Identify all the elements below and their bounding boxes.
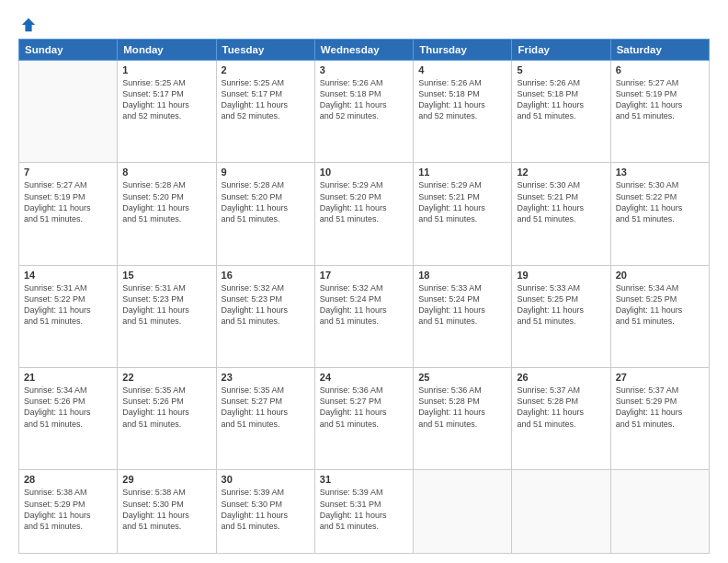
calendar-cell: 16Sunrise: 5:32 AM Sunset: 5:23 PM Dayli…	[216, 265, 314, 367]
cell-info: Sunrise: 5:36 AM Sunset: 5:28 PM Dayligh…	[418, 385, 506, 430]
calendar-cell: 9Sunrise: 5:28 AM Sunset: 5:20 PM Daylig…	[216, 163, 314, 265]
week-row-4: 28Sunrise: 5:38 AM Sunset: 5:29 PM Dayli…	[19, 470, 710, 554]
calendar-cell: 24Sunrise: 5:36 AM Sunset: 5:27 PM Dayli…	[314, 368, 413, 470]
calendar-cell: 15Sunrise: 5:31 AM Sunset: 5:23 PM Dayli…	[118, 265, 216, 367]
calendar-cell	[414, 470, 512, 554]
cell-info: Sunrise: 5:38 AM Sunset: 5:29 PM Dayligh…	[24, 487, 112, 532]
cell-info: Sunrise: 5:39 AM Sunset: 5:30 PM Dayligh…	[222, 487, 310, 532]
cell-info: Sunrise: 5:26 AM Sunset: 5:18 PM Dayligh…	[320, 77, 408, 122]
cell-info: Sunrise: 5:25 AM Sunset: 5:17 PM Dayligh…	[222, 77, 310, 122]
calendar-cell: 26Sunrise: 5:37 AM Sunset: 5:28 PM Dayli…	[512, 368, 610, 470]
calendar-cell: 5Sunrise: 5:26 AM Sunset: 5:18 PM Daylig…	[512, 61, 610, 163]
day-number: 4	[418, 64, 506, 75]
calendar-cell: 23Sunrise: 5:35 AM Sunset: 5:27 PM Dayli…	[216, 368, 314, 470]
calendar-cell	[512, 470, 610, 554]
calendar-cell	[610, 470, 709, 554]
week-row-0: 1Sunrise: 5:25 AM Sunset: 5:17 PM Daylig…	[19, 61, 710, 163]
logo-icon	[20, 17, 37, 33]
weekday-header-tuesday: Tuesday	[216, 40, 314, 61]
cell-info: Sunrise: 5:27 AM Sunset: 5:19 PM Dayligh…	[24, 179, 112, 224]
cell-info: Sunrise: 5:32 AM Sunset: 5:24 PM Dayligh…	[320, 282, 408, 327]
cell-info: Sunrise: 5:38 AM Sunset: 5:30 PM Dayligh…	[122, 487, 210, 532]
day-number: 7	[24, 167, 112, 178]
cell-info: Sunrise: 5:35 AM Sunset: 5:26 PM Dayligh…	[122, 385, 210, 430]
cell-info: Sunrise: 5:33 AM Sunset: 5:24 PM Dayligh…	[418, 282, 506, 327]
cell-info: Sunrise: 5:26 AM Sunset: 5:18 PM Dayligh…	[418, 77, 506, 122]
day-number: 16	[222, 270, 310, 281]
calendar-cell: 1Sunrise: 5:25 AM Sunset: 5:17 PM Daylig…	[118, 61, 216, 163]
svg-marker-0	[22, 18, 35, 31]
day-number: 17	[320, 270, 408, 281]
day-number: 26	[517, 372, 605, 383]
day-number: 12	[517, 167, 605, 178]
calendar-cell: 4Sunrise: 5:26 AM Sunset: 5:18 PM Daylig…	[414, 61, 512, 163]
day-number: 9	[222, 167, 310, 178]
cell-info: Sunrise: 5:31 AM Sunset: 5:23 PM Dayligh…	[122, 282, 210, 327]
week-row-2: 14Sunrise: 5:31 AM Sunset: 5:22 PM Dayli…	[19, 265, 710, 367]
calendar-cell: 28Sunrise: 5:38 AM Sunset: 5:29 PM Dayli…	[19, 470, 118, 554]
header	[18, 17, 710, 33]
cell-info: Sunrise: 5:34 AM Sunset: 5:25 PM Dayligh…	[616, 282, 704, 327]
day-number: 25	[418, 372, 506, 383]
day-number: 28	[24, 474, 112, 485]
weekday-header-sunday: Sunday	[19, 40, 118, 61]
week-row-1: 7Sunrise: 5:27 AM Sunset: 5:19 PM Daylig…	[19, 163, 710, 265]
calendar-cell: 31Sunrise: 5:39 AM Sunset: 5:31 PM Dayli…	[314, 470, 413, 554]
cell-info: Sunrise: 5:29 AM Sunset: 5:21 PM Dayligh…	[418, 179, 506, 224]
day-number: 5	[517, 64, 605, 75]
calendar-cell: 2Sunrise: 5:25 AM Sunset: 5:17 PM Daylig…	[216, 61, 314, 163]
cell-info: Sunrise: 5:35 AM Sunset: 5:27 PM Dayligh…	[222, 385, 310, 430]
cell-info: Sunrise: 5:29 AM Sunset: 5:20 PM Dayligh…	[320, 179, 408, 224]
weekday-header-friday: Friday	[512, 40, 610, 61]
cell-info: Sunrise: 5:27 AM Sunset: 5:19 PM Dayligh…	[616, 77, 704, 122]
cell-info: Sunrise: 5:37 AM Sunset: 5:29 PM Dayligh…	[616, 385, 704, 430]
calendar-cell: 30Sunrise: 5:39 AM Sunset: 5:30 PM Dayli…	[216, 470, 314, 554]
calendar-cell: 10Sunrise: 5:29 AM Sunset: 5:20 PM Dayli…	[314, 163, 413, 265]
day-number: 3	[320, 64, 408, 75]
calendar-cell: 6Sunrise: 5:27 AM Sunset: 5:19 PM Daylig…	[610, 61, 709, 163]
day-number: 11	[418, 167, 506, 178]
calendar-cell: 25Sunrise: 5:36 AM Sunset: 5:28 PM Dayli…	[414, 368, 512, 470]
calendar-cell: 19Sunrise: 5:33 AM Sunset: 5:25 PM Dayli…	[512, 265, 610, 367]
day-number: 29	[122, 474, 210, 485]
calendar-cell: 7Sunrise: 5:27 AM Sunset: 5:19 PM Daylig…	[19, 163, 118, 265]
cell-info: Sunrise: 5:34 AM Sunset: 5:26 PM Dayligh…	[24, 385, 112, 430]
calendar-cell: 20Sunrise: 5:34 AM Sunset: 5:25 PM Dayli…	[610, 265, 709, 367]
day-number: 27	[616, 372, 704, 383]
calendar-cell: 8Sunrise: 5:28 AM Sunset: 5:20 PM Daylig…	[118, 163, 216, 265]
calendar-cell: 11Sunrise: 5:29 AM Sunset: 5:21 PM Dayli…	[414, 163, 512, 265]
calendar-cell: 12Sunrise: 5:30 AM Sunset: 5:21 PM Dayli…	[512, 163, 610, 265]
calendar-cell: 27Sunrise: 5:37 AM Sunset: 5:29 PM Dayli…	[610, 368, 709, 470]
day-number: 19	[517, 270, 605, 281]
cell-info: Sunrise: 5:32 AM Sunset: 5:23 PM Dayligh…	[222, 282, 310, 327]
calendar-cell: 18Sunrise: 5:33 AM Sunset: 5:24 PM Dayli…	[414, 265, 512, 367]
day-number: 14	[24, 270, 112, 281]
week-row-3: 21Sunrise: 5:34 AM Sunset: 5:26 PM Dayli…	[19, 368, 710, 470]
cell-info: Sunrise: 5:28 AM Sunset: 5:20 PM Dayligh…	[222, 179, 310, 224]
calendar-cell: 22Sunrise: 5:35 AM Sunset: 5:26 PM Dayli…	[118, 368, 216, 470]
day-number: 24	[320, 372, 408, 383]
day-number: 1	[122, 64, 210, 75]
weekday-header-saturday: Saturday	[610, 40, 709, 61]
day-number: 20	[616, 270, 704, 281]
day-number: 13	[616, 167, 704, 178]
cell-info: Sunrise: 5:26 AM Sunset: 5:18 PM Dayligh…	[517, 77, 605, 122]
cell-info: Sunrise: 5:31 AM Sunset: 5:22 PM Dayligh…	[24, 282, 112, 327]
calendar-table: SundayMondayTuesdayWednesdayThursdayFrid…	[18, 39, 710, 554]
cell-info: Sunrise: 5:28 AM Sunset: 5:20 PM Dayligh…	[122, 179, 210, 224]
cell-info: Sunrise: 5:25 AM Sunset: 5:17 PM Dayligh…	[122, 77, 210, 122]
cell-info: Sunrise: 5:33 AM Sunset: 5:25 PM Dayligh…	[517, 282, 605, 327]
day-number: 10	[320, 167, 408, 178]
logo	[18, 17, 37, 33]
calendar-cell: 17Sunrise: 5:32 AM Sunset: 5:24 PM Dayli…	[314, 265, 413, 367]
cell-info: Sunrise: 5:36 AM Sunset: 5:27 PM Dayligh…	[320, 385, 408, 430]
cell-info: Sunrise: 5:39 AM Sunset: 5:31 PM Dayligh…	[320, 487, 408, 532]
cell-info: Sunrise: 5:30 AM Sunset: 5:22 PM Dayligh…	[616, 179, 704, 224]
day-number: 23	[222, 372, 310, 383]
calendar-cell: 14Sunrise: 5:31 AM Sunset: 5:22 PM Dayli…	[19, 265, 118, 367]
calendar-cell: 21Sunrise: 5:34 AM Sunset: 5:26 PM Dayli…	[19, 368, 118, 470]
calendar-cell: 13Sunrise: 5:30 AM Sunset: 5:22 PM Dayli…	[610, 163, 709, 265]
calendar-cell: 3Sunrise: 5:26 AM Sunset: 5:18 PM Daylig…	[314, 61, 413, 163]
day-number: 6	[616, 64, 704, 75]
day-number: 2	[222, 64, 310, 75]
